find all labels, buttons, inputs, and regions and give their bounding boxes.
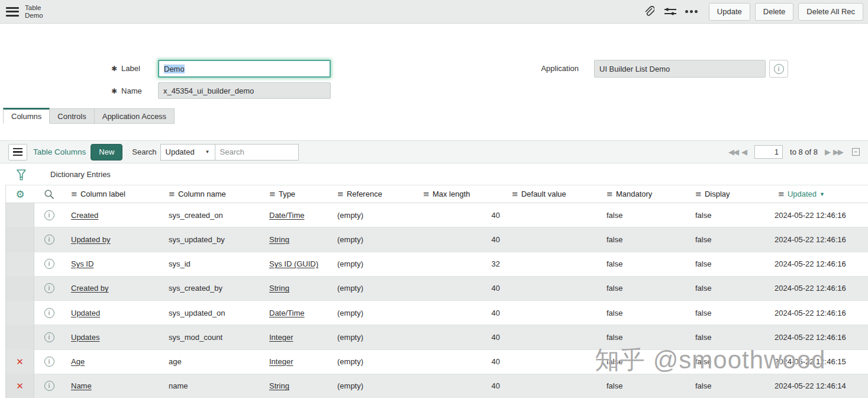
- cell-column-label: Updated: [64, 309, 162, 317]
- cell-mandatory: false: [599, 357, 688, 366]
- application-info-button[interactable]: i: [769, 60, 788, 78]
- first-page-icon[interactable]: ◀◀: [728, 147, 738, 156]
- type-link[interactable]: Integer: [269, 357, 293, 366]
- sort-desc-icon: ▼: [819, 191, 825, 197]
- column-header-default-value[interactable]: ≡Default value: [505, 190, 599, 198]
- column-label-link[interactable]: Age: [71, 357, 85, 366]
- column-label-link[interactable]: Sys ID: [71, 259, 93, 268]
- cell-mandatory: false: [599, 333, 688, 342]
- table-row: iUpdatessys_mod_countInteger(empty)40fal…: [6, 325, 868, 349]
- record-info-icon[interactable]: i: [44, 332, 54, 342]
- page-row-input[interactable]: [754, 145, 783, 159]
- column-label-link[interactable]: Updated: [71, 309, 100, 317]
- column-header-mandatory[interactable]: ≡Mandatory: [599, 190, 688, 198]
- delete-button[interactable]: Delete: [755, 3, 794, 21]
- filter-sliders-icon[interactable]: [663, 4, 678, 20]
- column-header-max-length[interactable]: ≡Max length: [416, 190, 505, 198]
- column-header-column-label[interactable]: ≡Column label: [64, 190, 162, 198]
- column-header-updated[interactable]: ≡Updated▼: [771, 190, 868, 198]
- column-label-link[interactable]: Updates: [71, 333, 99, 342]
- search-field-select[interactable]: Updated ▼: [160, 144, 215, 161]
- application-input[interactable]: UI Builder List Demo: [594, 60, 766, 78]
- required-asterisk-icon: ✱: [111, 65, 117, 73]
- record-info-icon[interactable]: i: [44, 283, 54, 293]
- cell-display: false: [688, 381, 771, 390]
- hamburger-menu-icon[interactable]: [6, 7, 19, 17]
- column-label-link[interactable]: Created by: [71, 284, 109, 293]
- column-header-label: Reference: [347, 190, 382, 198]
- new-button[interactable]: New: [91, 144, 122, 161]
- column-header-column-name[interactable]: ≡Column name: [162, 190, 262, 198]
- app-window: Table Demo UpdateDeleteDelete All Rec ✱ …: [0, 0, 868, 398]
- search-input[interactable]: [215, 144, 299, 161]
- cell-column-label: Age: [64, 357, 162, 366]
- more-options-icon[interactable]: [684, 4, 699, 20]
- table-row: iUpdated bysys_updated_byString(empty)40…: [6, 227, 868, 252]
- column-menu-icon: ≡: [71, 190, 78, 198]
- cell-type: Integer: [262, 357, 330, 366]
- breadcrumb-label[interactable]: Dictionary Entries: [50, 170, 111, 179]
- type-link[interactable]: String: [269, 381, 289, 390]
- type-link[interactable]: Sys ID (GUID): [269, 259, 318, 268]
- cell-max-length: 40: [416, 211, 505, 220]
- tab-application-access[interactable]: Application Access: [95, 108, 175, 124]
- cell-mandatory: false: [599, 309, 688, 317]
- search-rows-icon[interactable]: [34, 189, 64, 200]
- column-header-display[interactable]: ≡Display: [688, 190, 771, 198]
- tab-controls[interactable]: Controls: [50, 108, 94, 124]
- row-info-cell: i: [34, 210, 64, 220]
- cell-display: false: [688, 357, 771, 366]
- cell-max-length: 40: [416, 357, 505, 366]
- record-info-icon[interactable]: i: [44, 235, 54, 245]
- label-input[interactable]: Demo: [158, 60, 331, 78]
- type-link[interactable]: String: [269, 284, 289, 293]
- cell-display: false: [688, 333, 771, 342]
- delete-row-icon[interactable]: ✕: [16, 381, 24, 391]
- cell-display: false: [688, 259, 771, 268]
- cell-reference: (empty): [330, 211, 416, 220]
- filter-funnel-icon[interactable]: [16, 169, 27, 181]
- list-title[interactable]: Table Columns: [33, 147, 86, 156]
- record-info-icon[interactable]: i: [44, 259, 54, 269]
- search-label: Search: [132, 147, 156, 156]
- next-page-icon[interactable]: ▶: [825, 147, 830, 156]
- cell-mandatory: false: [599, 381, 688, 390]
- column-menu-icon: ≡: [337, 190, 344, 198]
- update-button[interactable]: Update: [709, 3, 750, 21]
- column-label-link[interactable]: Name: [71, 381, 92, 390]
- column-header-reference[interactable]: ≡Reference: [330, 190, 416, 198]
- column-label-link[interactable]: Created: [71, 211, 98, 220]
- column-label-link[interactable]: Updated by: [71, 235, 111, 244]
- previous-page-icon[interactable]: ◀: [741, 147, 746, 156]
- record-info-icon[interactable]: i: [44, 210, 54, 220]
- collapse-list-icon[interactable]: −: [852, 148, 860, 156]
- cell-reference: (empty): [330, 259, 416, 268]
- cell-type: Date/Time: [262, 211, 330, 220]
- cell-updated: 2024-05-22 12:46:16: [771, 309, 868, 317]
- last-page-icon[interactable]: ▶▶: [833, 147, 843, 156]
- tab-columns[interactable]: Columns: [3, 108, 50, 124]
- gear-icon[interactable]: ⚙: [6, 188, 34, 200]
- row-select-cell: ✕: [6, 350, 34, 374]
- table-row: iUpdatedsys_updated_onDate/Time(empty)40…: [6, 301, 868, 325]
- type-link[interactable]: Date/Time: [269, 309, 304, 317]
- name-input[interactable]: x_45354_ui_builder_demo: [158, 82, 331, 99]
- table-row: iCreatedsys_created_onDate/Time(empty)40…: [6, 203, 868, 227]
- type-link[interactable]: Date/Time: [269, 211, 304, 220]
- column-header-type[interactable]: ≡Type: [262, 190, 330, 198]
- row-select-cell: ✕: [6, 374, 34, 398]
- record-info-icon[interactable]: i: [44, 308, 54, 318]
- delete-row-icon[interactable]: ✕: [16, 357, 24, 367]
- type-link[interactable]: String: [269, 235, 289, 244]
- delete-all-rec-button[interactable]: Delete All Rec: [798, 3, 863, 21]
- type-link[interactable]: Integer: [269, 333, 293, 342]
- cell-max-length: 40: [416, 333, 505, 342]
- label-input-value: Demo: [164, 65, 185, 73]
- record-info-icon[interactable]: i: [44, 357, 54, 367]
- column-header-label: Mandatory: [616, 190, 652, 198]
- column-menu-icon: ≡: [606, 190, 613, 198]
- list-menu-icon[interactable]: [8, 144, 27, 161]
- record-info-icon[interactable]: i: [44, 381, 54, 391]
- paperclip-icon[interactable]: [641, 4, 657, 20]
- table-header-row: ⚙ ≡Column label≡Column name≡Type≡Referen…: [6, 185, 868, 203]
